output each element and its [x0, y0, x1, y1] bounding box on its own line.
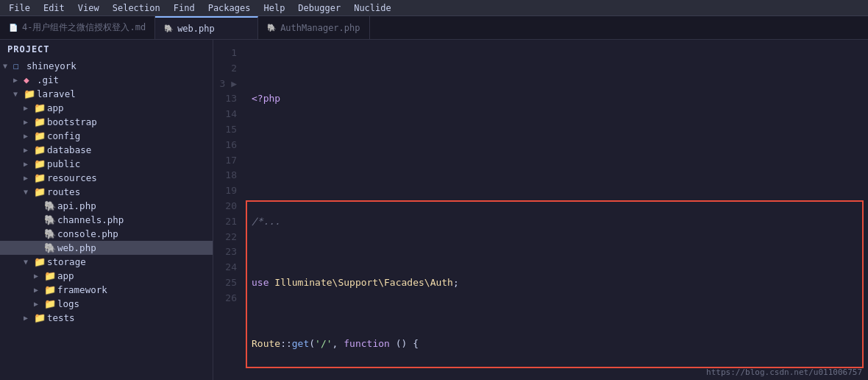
folder-icon-logs: 📁 — [44, 298, 57, 309]
sidebar-label-shineyork: shineyork — [26, 60, 77, 71]
sidebar-label-database: database — [47, 144, 91, 155]
chevron-down-icon: ▼ — [3, 62, 13, 70]
ln-20: 20 — [213, 199, 237, 214]
sidebar-header: Project — [0, 40, 213, 59]
tab-md[interactable]: 📄 4-用户组件之微信授权登入.md — [0, 16, 155, 39]
ln-13: 13 — [213, 91, 237, 107]
chevron-down-icon-3: ▼ — [24, 188, 34, 196]
ln-19: 19 — [213, 183, 237, 199]
sidebar-label-laravel: laravel — [37, 88, 76, 99]
chevron-right-icon-7: ▶ — [24, 174, 34, 182]
md-icon: 📄 — [9, 24, 18, 32]
chevron-right-icon-5: ▶ — [24, 146, 34, 154]
folder-icon-tests: 📁 — [34, 312, 47, 323]
sidebar-label-web: web.php — [57, 242, 96, 253]
ln-25: 25 — [213, 275, 237, 291]
folder-icon-database: 📁 — [34, 144, 47, 155]
code-line-14: Route::get('/', function () { — [252, 337, 868, 352]
sidebar-item-routes[interactable]: ▼ 📁 routes — [0, 185, 213, 199]
tab-bar: 📄 4-用户组件之微信授权登入.md 🐘 web.php 🐘 AuthManag… — [0, 16, 868, 40]
sidebar-item-channels[interactable]: 🐘 channels.php — [0, 213, 213, 227]
sidebar-item-web-php[interactable]: 🐘 web.php — [0, 241, 213, 255]
tab-authmanager-php[interactable]: 🐘 AuthManager.php — [258, 16, 369, 39]
sidebar-item-console[interactable]: 🐘 console.php — [0, 227, 213, 241]
sidebar-item-database[interactable]: ▶ 📁 database — [0, 143, 213, 157]
sidebar-label-app2: app — [57, 270, 74, 281]
chevron-right-icon-8: ▶ — [34, 272, 44, 280]
sidebar-item-bootstrap[interactable]: ▶ 📁 bootstrap — [0, 115, 213, 129]
sidebar-label-storage: storage — [47, 256, 86, 267]
chevron-right-icon-9: ▶ — [34, 286, 44, 294]
folder-icon-app2: 📁 — [44, 270, 57, 281]
menu-bar: File Edit View Selection Find Packages H… — [0, 0, 868, 16]
sidebar-label-routes: routes — [47, 186, 80, 197]
sidebar-item-storage[interactable]: ▼ 📁 storage — [0, 255, 213, 269]
ln-15: 15 — [213, 122, 237, 138]
chevron-right-icon-3: ▶ — [24, 118, 34, 126]
folder-icon-config: 📁 — [34, 130, 47, 141]
php-icon-2: 🐘 — [267, 24, 276, 32]
php-icon: 🐘 — [164, 24, 173, 32]
ln-1: 1 — [213, 46, 237, 61]
code-area: 1 2 3 ▶ 13 14 15 16 17 18 19 20 21 22 23… — [213, 40, 868, 380]
sidebar-item-logs[interactable]: ▶ 📁 logs — [0, 297, 213, 311]
chevron-right-icon: ▶ — [13, 76, 24, 84]
sidebar-label-resources: resources — [47, 172, 97, 183]
sidebar-label-tests: tests — [47, 312, 75, 323]
sidebar-item-tests[interactable]: ▶ 📁 tests — [0, 311, 213, 325]
root-icon: ☐ — [13, 60, 26, 71]
sidebar-item-app2[interactable]: ▶ 📁 app — [0, 269, 213, 283]
folder-icon-routes: 📁 — [34, 186, 47, 197]
sidebar-item-config[interactable]: ▶ 📁 config — [0, 129, 213, 143]
sidebar-label-framework: framework — [57, 284, 107, 295]
sidebar-label-channels: channels.php — [57, 214, 124, 225]
ln-23: 23 — [213, 244, 237, 260]
php-file-icon-4: 🐘 — [44, 242, 57, 253]
ln-14: 14 — [213, 107, 237, 122]
sidebar-item-app[interactable]: ▶ 📁 app — [0, 101, 213, 115]
chevron-right-icon-6: ▶ — [24, 160, 34, 168]
ln-2: 2 — [213, 61, 237, 77]
chevron-down-icon-4: ▼ — [24, 258, 34, 266]
menu-packages[interactable]: Packages — [202, 1, 257, 15]
sidebar-item-git[interactable]: ▶ ◆ .git — [0, 73, 213, 87]
folder-icon-app: 📁 — [34, 102, 47, 113]
menu-view[interactable]: View — [72, 1, 105, 15]
sidebar-item-shineyork[interactable]: ▼ ☐ shineyork — [0, 59, 213, 73]
folder-icon: 📁 — [24, 88, 37, 99]
menu-selection[interactable]: Selection — [107, 1, 166, 15]
sidebar-item-framework[interactable]: ▶ 📁 framework — [0, 283, 213, 297]
menu-nuclide[interactable]: Nuclide — [348, 1, 397, 15]
chevron-down-icon-2: ▼ — [13, 90, 24, 98]
ln-24: 24 — [213, 260, 237, 275]
folder-icon-bootstrap: 📁 — [34, 116, 47, 127]
main-layout: Project ▼ ☐ shineyork ▶ ◆ .git ▼ 📁 larav… — [0, 40, 868, 380]
sidebar-label-bootstrap: bootstrap — [47, 116, 97, 127]
menu-find[interactable]: Find — [168, 1, 201, 15]
sidebar-label-api: api.php — [57, 200, 96, 211]
menu-edit[interactable]: Edit — [38, 1, 71, 15]
sidebar-label-console: console.php — [57, 228, 118, 239]
sidebar-item-api[interactable]: 🐘 api.php — [0, 199, 213, 213]
menu-file[interactable]: File — [3, 1, 36, 15]
code-line-1: <?php — [252, 91, 868, 107]
sidebar-label-git: .git — [37, 74, 59, 85]
tab-web-php[interactable]: 🐘 web.php — [155, 16, 258, 39]
sidebar-item-public[interactable]: ▶ 📁 public — [0, 157, 213, 171]
folder-icon-storage: 📁 — [34, 256, 47, 267]
code-line-3: /*... — [252, 214, 868, 230]
sidebar-item-laravel[interactable]: ▼ 📁 laravel — [0, 87, 213, 101]
chevron-right-icon-11: ▶ — [24, 314, 34, 322]
php-file-icon-2: 🐘 — [44, 214, 57, 225]
ln-16: 16 — [213, 138, 237, 153]
menu-debugger[interactable]: Debugger — [292, 1, 346, 15]
editor[interactable]: 1 2 3 ▶ 13 14 15 16 17 18 19 20 21 22 23… — [213, 40, 868, 380]
tab-md-label: 4-用户组件之微信授权登入.md — [22, 21, 146, 34]
sidebar-label-public: public — [47, 158, 80, 169]
sidebar-label-logs: logs — [57, 298, 79, 309]
menu-help[interactable]: Help — [257, 1, 291, 15]
sidebar-label-config: config — [47, 130, 80, 141]
sidebar-label-app: app — [47, 102, 64, 113]
chevron-right-icon-10: ▶ — [34, 300, 44, 308]
sidebar-item-resources[interactable]: ▶ 📁 resources — [0, 171, 213, 185]
